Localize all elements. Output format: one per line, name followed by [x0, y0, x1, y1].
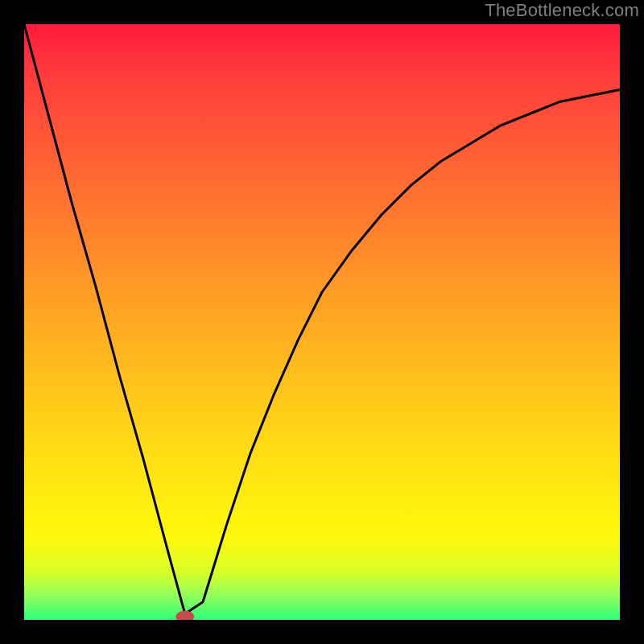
bottleneck-curve	[24, 24, 620, 614]
minimum-marker	[176, 611, 194, 620]
curve-svg	[24, 24, 620, 620]
plot-area	[24, 24, 620, 620]
watermark-text: TheBottleneck.com	[485, 0, 639, 21]
chart-stage: TheBottleneck.com	[0, 0, 644, 644]
